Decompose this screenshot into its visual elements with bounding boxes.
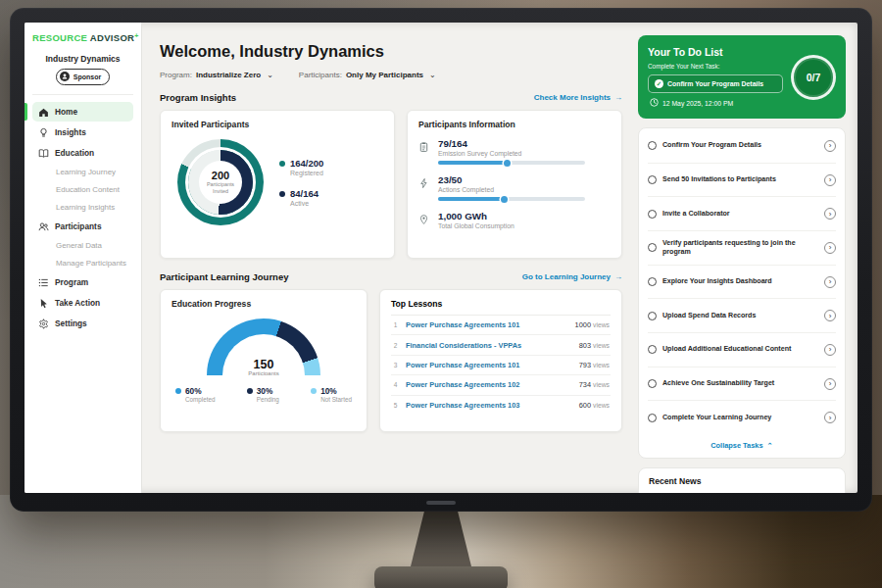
sponsor-label: Sponsor (74, 74, 101, 80)
todo-progress-value: 0/7 (807, 72, 821, 83)
chevron-right-icon[interactable]: › (824, 242, 836, 254)
task-row[interactable]: Complete Your Learning Journey › (648, 401, 836, 434)
clipboard-icon (418, 138, 430, 165)
checkbox-icon[interactable] (648, 414, 657, 422)
dashboard-screen: RESOURCE ADVISOR+ Industry Dynamics Spon… (24, 23, 858, 493)
cursor-icon (38, 298, 49, 309)
legend-label: Pending (257, 396, 279, 403)
todo-subtitle: Complete Your Next Task: (648, 63, 783, 70)
lesson-title-link[interactable]: Financial Considerations - VPPAs (406, 341, 572, 350)
task-row[interactable]: Invite a Collaborator › (648, 197, 836, 231)
checkbox-icon[interactable] (648, 141, 657, 150)
navy-dot-icon (279, 191, 285, 197)
checkbox-icon[interactable] (648, 379, 657, 388)
sidebar-item-label: General Data (56, 241, 102, 250)
info-row-consumption: 1,000 GWh Total Global Consumption (418, 211, 611, 233)
recent-news-card[interactable]: Recent News (638, 467, 846, 493)
lesson-title-link[interactable]: Power Purchase Agreements 101 (406, 320, 568, 329)
lesson-title-link[interactable]: Power Purchase Agreements 103 (406, 401, 572, 410)
task-row[interactable]: Achieve One Sustainability Target › (648, 368, 836, 402)
sidebar-nav: Home Insights Education Learning Journey (32, 94, 133, 333)
sidebar-item-learning-journey[interactable]: Learning Journey (32, 164, 133, 180)
checkbox-icon[interactable] (648, 210, 657, 219)
next-task-due: 12 May 2025, 12:00 PM (648, 98, 783, 108)
sidebar-item-label: Education (55, 148, 94, 158)
todo-title: Your To Do List (648, 46, 783, 58)
next-task-pill[interactable]: ✓ Confirm Your Program Details (648, 74, 783, 93)
task-row[interactable]: Confirm Your Program Details › (648, 129, 836, 164)
lesson-row: 2 Financial Considerations - VPPAs 803vi… (391, 335, 611, 355)
participants-information-card: Participants Information 79/164 Emission… (407, 110, 622, 259)
legend-value: 84/164 (290, 188, 318, 199)
donut-center-label: Participants Invited (203, 181, 238, 195)
sponsor-badge[interactable]: Sponsor (56, 69, 110, 85)
sidebar-item-learning-insights[interactable]: Learning Insights (32, 199, 133, 216)
sidebar-item-label: Insights (55, 127, 86, 137)
chevron-right-icon[interactable]: › (824, 276, 836, 288)
lesson-title-link[interactable]: Power Purchase Agreements 101 (406, 361, 572, 369)
book-icon (38, 148, 49, 159)
sidebar-item-label: Program (55, 277, 88, 287)
collapse-label: Collapse Tasks (710, 441, 762, 450)
legend-value: 60% (185, 386, 215, 396)
brand-primary: RESOURCE (32, 32, 87, 43)
link-label: Check More Insights (534, 93, 611, 102)
info-row-emission-survey: 79/164 Emission Survey Completed (418, 138, 611, 165)
chevron-right-icon[interactable]: › (824, 378, 836, 390)
chevron-right-icon[interactable]: › (824, 208, 836, 220)
task-row[interactable]: Explore Your Insights Dashboard › (648, 266, 836, 300)
card-title: Participants Information (418, 120, 611, 129)
participants-filter-dropdown[interactable]: Participants: Only My Participants ⌄ (299, 71, 436, 79)
gear-icon (38, 318, 49, 329)
recent-news-title: Recent News (649, 476, 702, 486)
legend-item-pending: 30% Pending (247, 386, 279, 403)
check-icon: ✓ (655, 79, 663, 88)
collapse-tasks-link[interactable]: Collapse Tasks ⌃ (648, 434, 836, 455)
task-row[interactable]: Upload Spend Data Records › (648, 299, 836, 333)
program-filter-dropdown[interactable]: Program: Industrialize Zero ⌄ (160, 71, 273, 79)
todo-progress-ring: 0/7 (791, 55, 836, 100)
sidebar-item-insights[interactable]: Insights (32, 122, 133, 142)
legend-item-registered: 164/200 Registered (279, 158, 323, 176)
lightning-icon (418, 174, 430, 201)
list-icon (38, 277, 49, 288)
chevron-right-icon[interactable]: › (824, 412, 836, 423)
task-label: Verify participants requesting to join t… (662, 239, 818, 257)
next-task-label: Confirm Your Program Details (667, 80, 763, 87)
go-to-learning-journey-link[interactable]: Go to Learning Journey → (522, 272, 622, 281)
chevron-right-icon[interactable]: › (824, 174, 836, 186)
gauge-center: 150 Participants (207, 359, 320, 376)
lesson-title-link[interactable]: Power Purchase Agreements 102 (406, 380, 572, 389)
legend-item-active: 84/164 Active (279, 188, 323, 207)
sidebar-item-label: Education Content (56, 185, 120, 194)
chevron-right-icon[interactable]: › (824, 140, 836, 152)
chevron-right-icon[interactable]: › (824, 344, 836, 356)
task-row[interactable]: Upload Additional Educational Content › (648, 333, 836, 368)
filter-bar: Program: Industrialize Zero ⌄ Participan… (160, 71, 622, 79)
sidebar-item-education[interactable]: Education (32, 143, 133, 163)
sidebar-item-program[interactable]: Program (32, 272, 133, 292)
sidebar-item-label: Learning Journey (56, 168, 116, 176)
sidebar-item-manage-participants[interactable]: Manage Participants (32, 255, 133, 271)
sidebar-item-participants[interactable]: Participants (32, 217, 133, 236)
sidebar-item-take-action[interactable]: Take Action (32, 293, 133, 313)
checkbox-icon[interactable] (648, 312, 657, 320)
participants-filter-label: Participants: (299, 71, 342, 79)
checkbox-icon[interactable] (648, 277, 657, 286)
chevron-right-icon[interactable]: › (824, 310, 836, 321)
checkbox-icon[interactable] (648, 243, 657, 252)
sidebar-item-home[interactable]: Home (32, 102, 133, 122)
task-row[interactable]: Verify participants requesting to join t… (648, 231, 836, 266)
check-more-insights-link[interactable]: Check More Insights → (534, 93, 622, 102)
sidebar-item-settings[interactable]: Settings (32, 314, 133, 333)
checkbox-icon[interactable] (648, 345, 657, 354)
checkbox-icon[interactable] (648, 175, 657, 184)
task-row[interactable]: Send 50 Invitations to Participants › (648, 164, 836, 198)
card-title: Education Progress (172, 299, 356, 309)
legend-label: Registered (290, 170, 323, 176)
sidebar-item-general-data[interactable]: General Data (32, 237, 133, 254)
sidebar-item-label: Participants (55, 221, 102, 231)
sidebar-item-label: Take Action (55, 298, 100, 308)
sidebar-item-label: Home (55, 107, 77, 117)
sidebar-item-education-content[interactable]: Education Content (32, 181, 133, 198)
